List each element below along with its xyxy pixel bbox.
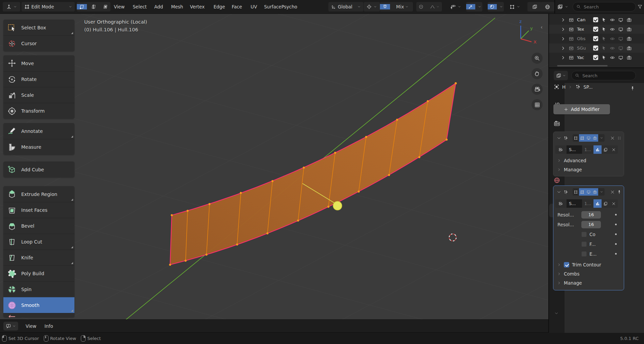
tool-inset-faces[interactable]: Inset Faces [3, 202, 74, 218]
curve-handle-chevron[interactable] [477, 5, 482, 8]
tool-smooth[interactable]: Smooth [3, 297, 74, 313]
animate-decorator[interactable] [615, 253, 617, 255]
tool-move[interactable]: Move [3, 55, 74, 71]
hide-viewport-icon[interactable] [610, 55, 615, 60]
users-count[interactable]: 1... [582, 199, 593, 208]
browse-nodegroup-button[interactable] [555, 145, 567, 154]
selectable-icon[interactable] [601, 17, 607, 23]
tool-measure[interactable]: Measure [3, 139, 74, 155]
disable-render-icon[interactable] [626, 55, 632, 60]
exclude-checkbox[interactable] [593, 46, 598, 51]
unlink-button[interactable] [610, 199, 618, 208]
drag-handle-icon[interactable] [617, 136, 622, 141]
breadcrumb-object[interactable]: H [562, 84, 566, 90]
disable-viewport-icon[interactable] [618, 17, 623, 23]
properties-search-input[interactable] [582, 73, 627, 79]
menu-select[interactable]: Select [131, 0, 149, 13]
nodegroup-name-field[interactable]: S... [567, 145, 582, 154]
edit-mode-display-toggle[interactable] [573, 134, 579, 142]
outliner-display-mode-dropdown[interactable] [557, 2, 568, 11]
unlink-button[interactable] [610, 145, 618, 154]
disable-viewport-icon[interactable] [618, 27, 623, 32]
hide-viewport-icon[interactable] [610, 36, 615, 41]
selectable-icon[interactable] [601, 46, 607, 51]
new-copy-button[interactable] [602, 145, 610, 154]
exclude-checkbox[interactable] [593, 27, 598, 32]
animate-decorator[interactable] [615, 243, 617, 245]
exclude-checkbox[interactable] [593, 36, 598, 41]
toggles-chevron[interactable] [598, 188, 605, 196]
expand-chevron-icon[interactable] [556, 190, 561, 195]
face-select-mode-button[interactable] [100, 4, 110, 9]
vertex-group-dropdown[interactable] [509, 2, 525, 11]
disable-viewport-icon[interactable] [618, 55, 623, 60]
panel-collapse-arrow[interactable]: ‹ [541, 24, 543, 30]
expand-chevron-icon[interactable] [556, 136, 561, 141]
pin-modifier-icon[interactable] [617, 190, 622, 195]
editor-type-button[interactable] [3, 2, 20, 11]
animate-decorator[interactable] [615, 214, 617, 216]
vertex-select-mode-button[interactable] [77, 4, 87, 9]
realtime-display-toggle[interactable] [585, 134, 592, 142]
section-combs[interactable]: Combs [553, 269, 624, 278]
curve-handle-button[interactable] [466, 4, 475, 9]
toggles-chevron[interactable] [598, 134, 605, 142]
trim-contour-checkbox[interactable] [564, 262, 569, 267]
menu-vertex[interactable]: Vertex [188, 0, 206, 13]
viewport-canvas[interactable] [0, 13, 548, 319]
section-trim-contour[interactable]: Trim Contour [553, 260, 624, 269]
resolution-value-1[interactable]: 16 [581, 211, 601, 219]
tool-scale[interactable]: Scale [3, 87, 74, 103]
proportional-edit-button[interactable] [416, 4, 426, 9]
properties-search[interactable] [571, 71, 636, 80]
menu-uv[interactable]: UV [249, 0, 259, 13]
co-checkbox[interactable] [581, 232, 587, 237]
outliner-search-input[interactable] [583, 4, 628, 10]
transform-orientation-dropdown[interactable]: Global [328, 2, 363, 11]
disable-render-icon[interactable] [626, 46, 632, 51]
tool-poly-build[interactable]: Poly Build [3, 265, 74, 281]
tool-knife[interactable]: Knife [3, 250, 74, 265]
close-modifier-icon[interactable] [610, 190, 615, 195]
outliner-row-obs[interactable]: Obs [549, 34, 644, 43]
new-copy-button[interactable] [602, 199, 610, 208]
fake-user-toggle[interactable] [593, 199, 602, 208]
modifier2-header[interactable] [553, 186, 624, 198]
sphere-tool-button[interactable] [488, 4, 497, 9]
selectable-icon[interactable] [601, 55, 607, 60]
outliner-scrollbar[interactable] [557, 65, 608, 66]
tool-cursor[interactable]: Cursor [3, 35, 74, 51]
snap-mode-dropdown[interactable]: Mix [392, 4, 413, 9]
fake-user-toggle[interactable] [593, 145, 602, 154]
resolution-value-2[interactable]: 16 [581, 221, 601, 228]
e-checkbox[interactable] [581, 251, 587, 257]
on-cage-toggle[interactable] [579, 134, 585, 142]
outliner-row-tex[interactable]: Tex [549, 25, 644, 34]
pan-button[interactable] [532, 68, 543, 79]
disable-render-icon[interactable] [626, 17, 632, 23]
modifier1-header[interactable] [553, 132, 624, 144]
selectable-icon[interactable] [601, 36, 607, 41]
f-checkbox[interactable] [581, 241, 587, 247]
menu-view[interactable]: View [112, 0, 127, 13]
mode-selector[interactable]: Edit Mode [22, 2, 75, 11]
disable-render-icon[interactable] [626, 36, 632, 41]
footer-menu-info[interactable]: Info [40, 323, 57, 329]
hull-mesh-strip[interactable] [169, 82, 457, 266]
pin-id-button[interactable] [630, 85, 635, 91]
tab-scroll-chevron[interactable] [554, 310, 559, 316]
exclude-checkbox[interactable] [593, 17, 598, 22]
falloff-dropdown[interactable] [427, 4, 442, 9]
animate-decorator[interactable] [615, 224, 617, 225]
breadcrumb-modifier[interactable]: SP... [583, 84, 592, 90]
close-modifier-icon[interactable] [610, 136, 615, 141]
visibility-dropdown[interactable] [447, 2, 468, 11]
realtime-display-toggle[interactable] [585, 188, 592, 196]
properties-display-dropdown[interactable] [554, 71, 568, 80]
disable-render-icon[interactable] [626, 27, 632, 32]
hide-viewport-icon[interactable] [610, 46, 615, 51]
menu-surfacepsycho[interactable]: SurfacePsycho [262, 0, 299, 13]
render-display-toggle[interactable] [592, 134, 598, 142]
info-editor-type-button[interactable] [3, 322, 18, 331]
section-manage-1[interactable]: Manage [553, 165, 624, 174]
